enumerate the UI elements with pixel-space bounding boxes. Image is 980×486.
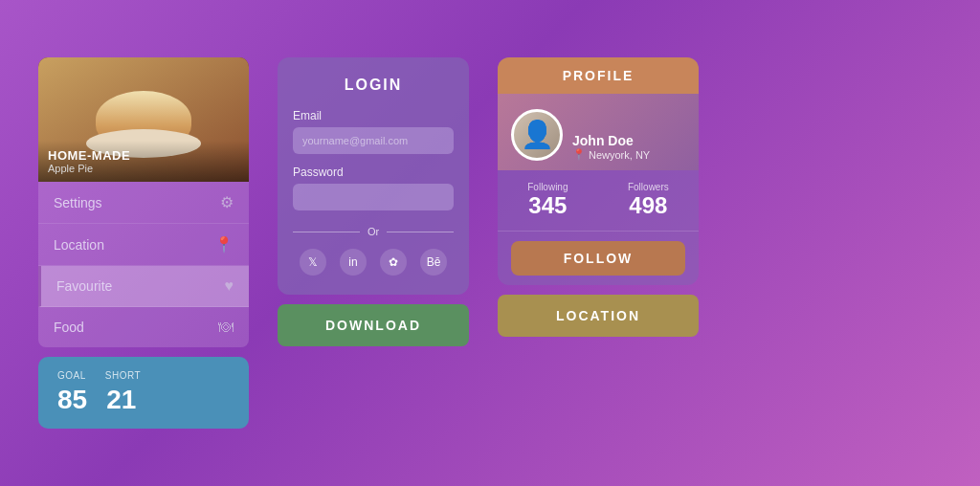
stat-values: 85 21: [57, 385, 230, 415]
follow-button[interactable]: FOLLOW: [511, 241, 685, 276]
menu-item-favourite[interactable]: Favourite ♥: [38, 266, 249, 307]
password-label: Password: [293, 166, 454, 179]
menu-item-settings[interactable]: Settings ⚙: [38, 182, 249, 224]
settings-label: Settings: [54, 195, 102, 210]
behance-icon[interactable]: Bē: [420, 249, 447, 276]
twitter-icon[interactable]: 𝕏: [300, 249, 326, 276]
following-count: 345: [527, 192, 568, 219]
food-label: Food: [54, 320, 84, 335]
short-value: 21: [106, 385, 136, 415]
short-label: SHORT: [105, 370, 141, 381]
avatar: 👤: [511, 109, 563, 161]
location-icon: 📍: [214, 235, 234, 254]
stat-labels: GOAL SHORT: [57, 370, 230, 381]
goal-value: 85: [57, 385, 87, 415]
goal-label: GOAL: [57, 370, 86, 381]
avatar-image: 👤: [521, 122, 554, 148]
location-pin-icon: 📍: [572, 148, 586, 161]
profile-card: PROFILE 👤 John Doe 📍 Newyork, NY Followi…: [498, 57, 699, 285]
food-title: HOME-MADE: [48, 148, 239, 163]
menu-item-food[interactable]: Food 🍽: [38, 307, 249, 347]
heart-icon: ♥: [225, 277, 234, 295]
center-column: LOGIN Email Password Or 𝕏 in ✿ Bē DOWNLO…: [278, 57, 469, 346]
email-label: Email: [293, 109, 454, 122]
or-divider: Or: [293, 226, 454, 237]
profile-info: John Doe 📍 Newyork, NY: [572, 133, 650, 161]
location-label: Location: [54, 237, 104, 253]
or-text: Or: [368, 226, 379, 237]
profile-title: PROFILE: [563, 68, 635, 83]
followers-stat: Followers 498: [628, 182, 669, 219]
profile-stats: Following 345 Followers 498: [498, 170, 699, 232]
email-input[interactable]: [293, 127, 454, 154]
login-card: LOGIN Email Password Or 𝕏 in ✿ Bē: [278, 57, 469, 295]
food-icon: 🍽: [218, 319, 234, 336]
password-input[interactable]: [293, 184, 454, 210]
or-line-right: [387, 232, 454, 232]
right-column: PROFILE 👤 John Doe 📍 Newyork, NY Followi…: [498, 57, 699, 337]
followers-count: 498: [628, 192, 669, 219]
location-button[interactable]: LOCATION: [498, 295, 699, 337]
food-card: HOME-MADE Apple Pie: [38, 57, 249, 182]
profile-name: John Doe: [572, 133, 650, 148]
menu-list: Settings ⚙ Location 📍 Favourite ♥ Food 🍽: [38, 182, 249, 347]
left-column: HOME-MADE Apple Pie Settings ⚙ Location …: [38, 57, 249, 429]
food-subtitle: Apple Pie: [48, 163, 239, 174]
favourite-label: Favourite: [56, 278, 112, 294]
gear-icon: ⚙: [220, 193, 234, 211]
linkedin-icon[interactable]: in: [340, 249, 367, 276]
login-title: LOGIN: [293, 77, 454, 94]
following-stat: Following 345: [527, 182, 568, 219]
profile-banner: 👤 John Doe 📍 Newyork, NY: [498, 94, 699, 170]
following-label: Following: [527, 182, 568, 192]
social-icons: 𝕏 in ✿ Bē: [293, 249, 454, 276]
profile-header: PROFILE: [498, 57, 699, 94]
download-button[interactable]: DOWNLOAD: [278, 304, 469, 346]
food-overlay: HOME-MADE Apple Pie: [38, 141, 249, 182]
web-icon[interactable]: ✿: [380, 249, 407, 276]
followers-label: Followers: [628, 182, 669, 192]
or-line-left: [293, 232, 360, 232]
profile-location: 📍 Newyork, NY: [572, 148, 650, 161]
menu-item-location[interactable]: Location 📍: [38, 224, 249, 266]
stat-card: GOAL SHORT 85 21: [38, 357, 249, 429]
